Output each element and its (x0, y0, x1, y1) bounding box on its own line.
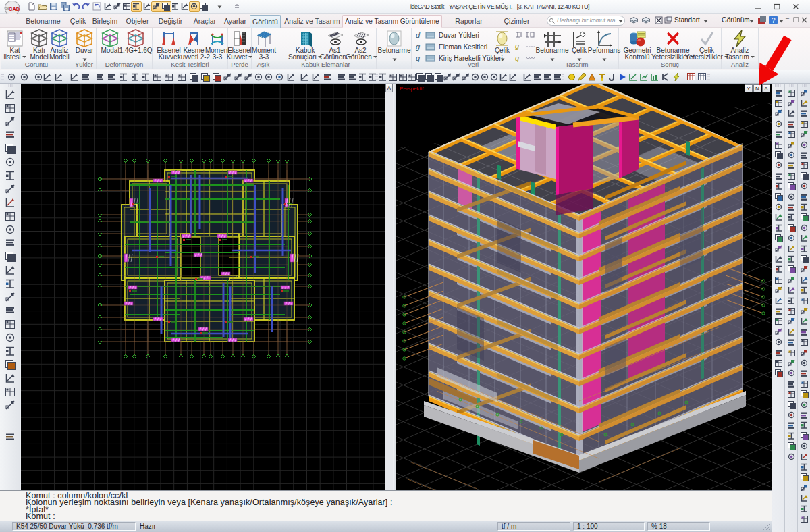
svg-text:CAD: CAD (9, 6, 20, 12)
svg-text:?: ? (772, 17, 776, 24)
